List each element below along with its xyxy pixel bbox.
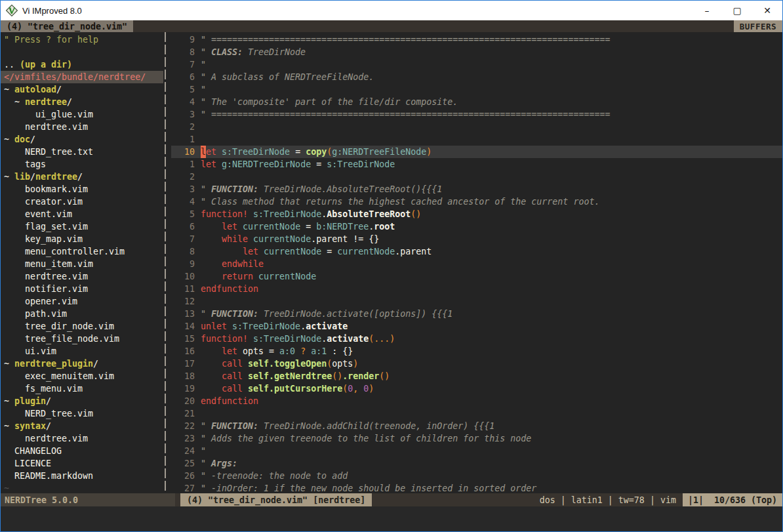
token-n (248, 333, 253, 345)
code-line[interactable]: 3" FUNCTION: TreeDirNode.AbsoluteTreeRoo… (171, 183, 782, 195)
code-line[interactable]: 8" CLASS: TreeDirNode (171, 46, 782, 58)
tree-item[interactable]: event.vim (1, 208, 163, 220)
tree-item[interactable]: bookmark.vim (1, 183, 163, 195)
token-i: g:NERDTreeFileNode (332, 146, 426, 158)
code-line[interactable]: 11endfunction (171, 283, 782, 295)
token-w: NERD_tree.vim (4, 409, 93, 419)
code-line[interactable]: 19 call self.putCursorHere(0, 0) (171, 382, 782, 395)
token-i: currentNode (253, 233, 311, 245)
tree-item[interactable]: .. (up a dir) (1, 58, 163, 71)
token-cb: CLASS: (211, 46, 243, 58)
tree-root-item[interactable]: </vimfiles/bundle/nerdtree/ (1, 71, 163, 83)
tree-item[interactable]: " Press ? for help (1, 33, 163, 46)
minimize-button[interactable]: – (692, 1, 722, 20)
tree-item[interactable]: nerdtree.vim (1, 270, 163, 283)
tree-item[interactable]: fs_menu.vim (1, 382, 163, 395)
code-line[interactable]: 2 (171, 171, 782, 183)
tree-item[interactable]: menu_controller.vim (1, 245, 163, 258)
tree-item[interactable]: flag_set.vim (1, 220, 163, 233)
tree-item[interactable]: ~ plugin/ (1, 395, 163, 407)
line-number: 15 (171, 333, 195, 345)
code-line[interactable]: 17 call self.toggleOpen(opts) (171, 358, 782, 370)
token-c: " A subclass of NERDTreeFileNode. (201, 71, 374, 83)
tree-item[interactable]: README.markdown (1, 470, 163, 482)
code-line[interactable]: 23" Adds the given treenode to the list … (171, 432, 782, 445)
tree-item[interactable]: nerdtree.vim (1, 121, 163, 133)
code-line[interactable]: 21 (171, 407, 782, 420)
tree-item[interactable]: NERD_tree.txt (1, 146, 163, 158)
tree-item[interactable]: opener.vim (1, 295, 163, 308)
tree-item[interactable]: key_map.vim (1, 233, 163, 245)
line-number: 2 (171, 121, 195, 133)
close-button[interactable]: ✕ (752, 1, 782, 20)
code-line[interactable]: 2 (171, 121, 782, 133)
code-line[interactable]: 4" Class method that returns the highest… (171, 195, 782, 208)
tree-item[interactable]: CHANGELOG (1, 445, 163, 457)
tree-item[interactable]: exec_menuitem.vim (1, 370, 163, 382)
token-o: ) (426, 146, 432, 158)
token-root: </vimfiles/bundle/nerdtree/ (4, 72, 146, 82)
tree-item[interactable]: menu_item.vim (1, 258, 163, 270)
token-i: s:TreeDirNode (327, 158, 395, 171)
code-line[interactable]: 6 let currentNode = b:NERDTree.root (171, 220, 782, 233)
tree-item[interactable]: ~ nerdtree/ (1, 96, 163, 108)
token-n: opts = (237, 345, 279, 358)
tree-item[interactable]: ~ (1, 482, 163, 493)
code-line[interactable]: 22" FUNCTION: TreeDirNode.addChild(treen… (171, 420, 782, 432)
editor-pane[interactable]: 9" =====================================… (171, 32, 782, 493)
code-line[interactable]: 27" -inOrder: 1 if the new node should b… (171, 482, 782, 493)
token-cb: FUNCTION: (211, 420, 258, 432)
code-line[interactable]: 7 while currentNode.parent != {} (171, 233, 782, 245)
code-line[interactable]: 5" (171, 83, 782, 96)
code-line[interactable]: 9" =====================================… (171, 33, 782, 46)
code-line[interactable]: 9 endwhile (171, 258, 782, 270)
code-line[interactable]: 1let g:NERDTreeDirNode = s:TreeDirNode (171, 158, 782, 171)
tree-item[interactable]: ui_glue.vim (1, 108, 163, 121)
tree-item[interactable]: nerdtree.vim (1, 432, 163, 445)
code-line[interactable]: 16 let opts = a:0 ? a:1 : {} (171, 345, 782, 358)
tab-active[interactable]: (4) "tree_dir_node.vim" (1, 20, 133, 32)
line-number: 8 (171, 46, 195, 58)
code-line[interactable]: 5function! s:TreeDirNode.AbsoluteTreeRoo… (171, 208, 782, 220)
code-line[interactable]: 6" A subclass of NERDTreeFileNode. (171, 71, 782, 83)
code-line[interactable]: 7" (171, 58, 782, 71)
token-n: : {} (327, 345, 353, 358)
maximize-button[interactable]: ▢ (722, 1, 752, 20)
tree-item[interactable]: tags (1, 158, 163, 171)
tree-item[interactable]: path.vim (1, 308, 163, 320)
code-line[interactable]: 8 let currentNode = currentNode.parent (171, 245, 782, 258)
tree-item[interactable]: ~ doc/ (1, 133, 163, 146)
tree-item[interactable]: tree_file_node.vim (1, 333, 163, 345)
nerdtree-panel[interactable]: " Press ? for help .. (up a dir)</vimfil… (1, 32, 163, 493)
tree-item[interactable]: ~ syntax/ (1, 420, 163, 432)
code-line[interactable]: 12 (171, 295, 782, 308)
tree-item[interactable]: ~ lib/nerdtree/ (1, 171, 163, 183)
code-line[interactable]: 14unlet s:TreeDirNode.activate (171, 320, 782, 333)
tree-item[interactable]: notifier.vim (1, 283, 163, 295)
code-line[interactable]: 26" -treenode: the node to add (171, 470, 782, 482)
tree-item[interactable]: LICENCE (1, 457, 163, 470)
code-line[interactable]: 15function! s:TreeDirNode.activate(...) (171, 333, 782, 345)
token-w: creator.vim (4, 197, 83, 207)
tree-item[interactable]: ui.vim (1, 345, 163, 358)
tree-item[interactable]: NERD_tree.vim (1, 407, 163, 420)
code-line-current[interactable]: 10let s:TreeDirNode = copy(g:NERDTreeFil… (171, 146, 782, 158)
token-w: CHANGELOG (4, 446, 62, 456)
tree-item[interactable] (1, 46, 163, 58)
code-line[interactable]: 4" The 'composite' part of the file/dir … (171, 96, 782, 108)
code-line[interactable]: 24" (171, 445, 782, 457)
code-line[interactable]: 18 call self.getNerdtree().render() (171, 370, 782, 382)
code-line[interactable]: 10 return currentNode (171, 270, 782, 283)
tree-item[interactable]: ~ nerdtree_plugin/ (1, 358, 163, 370)
code-line[interactable]: 20endfunction (171, 395, 782, 407)
tree-item[interactable]: ~ autoload/ (1, 83, 163, 96)
vertical-split[interactable] (163, 32, 171, 493)
command-line[interactable] (1, 506, 782, 531)
tree-item[interactable]: tree_dir_node.vim (1, 320, 163, 333)
token-w: tags (4, 159, 46, 169)
code-line[interactable]: 1 (171, 133, 782, 146)
code-line[interactable]: 13" FUNCTION: TreeDirNode.activate([opti… (171, 308, 782, 320)
code-line[interactable]: 25" Args: (171, 457, 782, 470)
tree-item[interactable]: creator.vim (1, 195, 163, 208)
code-line[interactable]: 3" =====================================… (171, 108, 782, 121)
